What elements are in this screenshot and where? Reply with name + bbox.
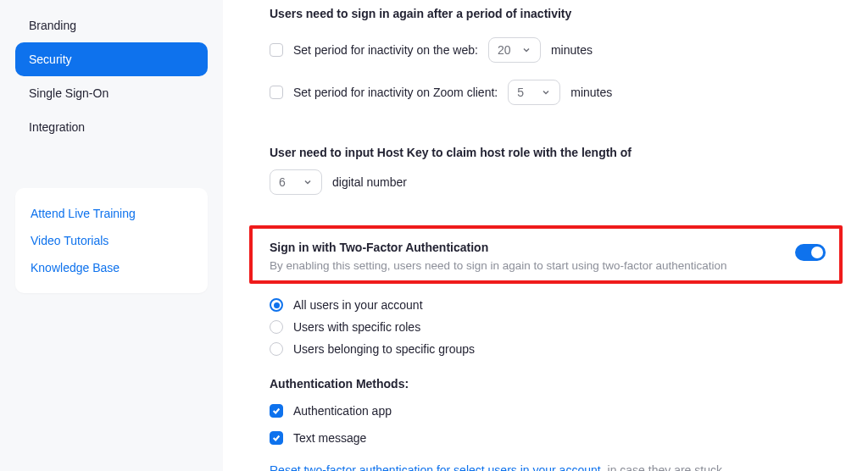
hostkey-select[interactable]: 6 (270, 169, 322, 195)
hostkey-row: 6 digital number (270, 169, 860, 195)
check-icon (272, 434, 281, 442)
tfa-scope-radiogroup: All users in your account Users with spe… (270, 294, 860, 360)
inactivity-web-label: Set period for inactivity on the web: (293, 43, 478, 57)
tfa-toggle[interactable] (795, 244, 826, 261)
inactivity-client-select[interactable]: 5 (508, 80, 560, 105)
sidebar-item-branding[interactable]: Branding (15, 8, 208, 42)
inactivity-client-unit: minutes (570, 86, 612, 99)
tfa-header-text: Sign in with Two-Factor Authentication B… (270, 241, 727, 272)
help-card: Attend Live Training Video Tutorials Kno… (15, 188, 208, 293)
auth-method-label: Text message (293, 431, 366, 445)
inactivity-web-select[interactable]: 20 (488, 37, 541, 63)
help-link-tutorials[interactable]: Video Tutorials (31, 227, 192, 254)
inactivity-section: Users need to sign in again after a peri… (270, 7, 860, 105)
chevron-down-icon (541, 87, 551, 97)
radio-icon (270, 298, 283, 312)
auth-methods-title: Authentication Methods: (270, 377, 860, 391)
hostkey-title: User need to input Host Key to claim hos… (270, 146, 860, 159)
sidebar-item-security[interactable]: Security (15, 42, 208, 76)
inactivity-web-checkbox[interactable] (270, 43, 283, 57)
help-link-kb[interactable]: Knowledge Base (31, 254, 192, 281)
tfa-scope-label: Users belonging to specific groups (293, 342, 475, 356)
chevron-down-icon (521, 45, 531, 55)
hostkey-suffix: digital number (332, 175, 407, 189)
reset-suffix: in case they are stuck (608, 463, 722, 471)
auth-method-label: Authentication app (293, 404, 392, 418)
hostkey-value: 6 (279, 175, 286, 189)
tfa-scope-roles[interactable]: Users with specific roles (270, 316, 860, 338)
inactivity-client-checkbox[interactable] (270, 86, 283, 99)
tfa-highlight-box: Sign in with Two-Factor Authentication B… (249, 225, 843, 284)
inactivity-client-value: 5 (517, 86, 524, 99)
tfa-scope-all-users[interactable]: All users in your account (270, 294, 860, 316)
tfa-scope-groups[interactable]: Users belonging to specific groups (270, 338, 860, 360)
reset-row: Reset two-factor authentication for sele… (270, 463, 860, 471)
radio-icon (270, 342, 283, 356)
auth-method-sms-checkbox[interactable] (270, 431, 283, 445)
inactivity-title: Users need to sign in again after a peri… (270, 7, 860, 20)
sidebar-item-integration[interactable]: Integration (15, 110, 208, 144)
inactivity-web-value: 20 (498, 43, 511, 57)
help-link-training[interactable]: Attend Live Training (31, 200, 192, 227)
chevron-down-icon (303, 177, 313, 187)
inactivity-web-unit: minutes (551, 43, 593, 57)
auth-method-sms[interactable]: Text message (270, 431, 860, 445)
inactivity-web-row: Set period for inactivity on the web: 20… (270, 37, 860, 63)
radio-icon (270, 320, 283, 334)
sidebar-item-sso[interactable]: Single Sign-On (15, 76, 208, 110)
auth-method-app[interactable]: Authentication app (270, 404, 860, 418)
nav-group: Branding Security Single Sign-On Integra… (15, 8, 208, 144)
inactivity-client-row: Set period for inactivity on Zoom client… (270, 80, 860, 105)
reset-tfa-link[interactable]: Reset two-factor authentication for sele… (270, 463, 601, 471)
tfa-title: Sign in with Two-Factor Authentication (270, 241, 727, 254)
inactivity-client-label: Set period for inactivity on Zoom client… (293, 86, 498, 99)
tfa-scope-label: Users with specific roles (293, 320, 420, 334)
check-icon (272, 407, 281, 415)
sidebar: Branding Security Single Sign-On Integra… (0, 0, 208, 471)
auth-method-app-checkbox[interactable] (270, 404, 283, 418)
tfa-description: By enabling this setting, users need to … (270, 259, 727, 272)
main-content: Users need to sign in again after a peri… (223, 0, 868, 471)
tfa-scope-label: All users in your account (293, 298, 423, 312)
hostkey-section: User need to input Host Key to claim hos… (270, 146, 860, 195)
